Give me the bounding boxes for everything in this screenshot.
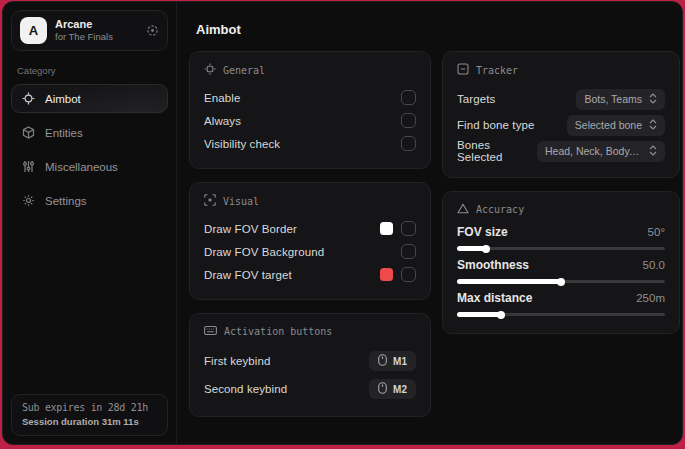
bones-selected-dropdown[interactable]: Head, Neck, Body, Pe.. bbox=[537, 141, 665, 162]
sidebar-item-label: Entities bbox=[45, 127, 83, 139]
slider-label: FOV size bbox=[457, 225, 508, 239]
keybind-value: M1 bbox=[393, 356, 407, 367]
keyboard-icon bbox=[204, 325, 217, 338]
slider-row-fov-size: FOV size 50° bbox=[457, 225, 665, 250]
slider-label: Max distance bbox=[457, 291, 532, 305]
setting-row-first-keybind: First keybind M1 bbox=[204, 347, 416, 375]
setting-label: Enable bbox=[204, 92, 240, 104]
setting-row-second-keybind: Second keybind M2 bbox=[204, 375, 416, 403]
sidebar-item-miscellaneous[interactable]: Miscellaneous bbox=[11, 152, 168, 181]
first-keybind-button[interactable]: M1 bbox=[369, 351, 416, 371]
card-visual: Visual Draw FOV Border Draw FOV Backgrou… bbox=[189, 182, 431, 300]
slider-fill bbox=[457, 279, 561, 284]
card-title: Tracker bbox=[476, 65, 518, 76]
card-title: Visual bbox=[223, 196, 259, 207]
fov-size-slider[interactable] bbox=[457, 247, 665, 250]
max-distance-slider[interactable] bbox=[457, 313, 665, 316]
visual-icon bbox=[204, 194, 216, 208]
setting-row-fov-background: Draw FOV Background bbox=[204, 240, 416, 263]
main-content: Aimbot General Enable bbox=[177, 2, 683, 444]
setting-label: Draw FOV target bbox=[204, 269, 292, 281]
sidebar-nav: Aimbot Entities Miscellaneous bbox=[11, 84, 168, 215]
setting-label: Find bone type bbox=[457, 119, 534, 131]
slider-row-smoothness: Smoothness 50.0 bbox=[457, 258, 665, 283]
box-icon bbox=[22, 126, 35, 139]
visibility-check-checkbox[interactable] bbox=[401, 136, 416, 151]
card-title: Activation buttons bbox=[224, 326, 332, 337]
chevron-updown-icon bbox=[649, 93, 657, 106]
session-duration-text: Session duration 31m 11s bbox=[22, 416, 157, 427]
fov-size-value: 50° bbox=[648, 226, 665, 238]
slider-fill bbox=[457, 246, 486, 251]
slider-fill bbox=[457, 312, 501, 317]
dropdown-value: Head, Neck, Body, Pe.. bbox=[545, 145, 642, 157]
setting-label: First keybind bbox=[204, 355, 271, 367]
category-label: Category bbox=[17, 65, 162, 76]
setting-row-always: Always bbox=[204, 109, 416, 132]
setting-row-find-bone-type: Find bone type Selected bone bbox=[457, 112, 665, 138]
card-title: Accuracy bbox=[476, 204, 524, 215]
setting-row-bones-selected: Bones Selected Head, Neck, Body, Pe.. bbox=[457, 138, 665, 164]
card-title: General bbox=[223, 65, 265, 76]
smoothness-slider[interactable] bbox=[457, 280, 665, 283]
brand-logo: A bbox=[20, 17, 47, 44]
sidebar-item-label: Settings bbox=[45, 195, 87, 207]
gear-icon bbox=[22, 194, 35, 207]
setting-label: Bones Selected bbox=[457, 139, 537, 163]
dropdown-value: Selected bone bbox=[575, 119, 642, 131]
brand-name: Arcane bbox=[55, 18, 113, 32]
card-accuracy: Accuracy FOV size 50° Smoothness bbox=[442, 191, 680, 334]
setting-label: Visibility check bbox=[204, 138, 280, 150]
fov-target-color-swatch[interactable] bbox=[380, 268, 393, 281]
app-window: A Arcane for The Finals Category Aimbot bbox=[2, 1, 683, 445]
setting-label: Second keybind bbox=[204, 383, 287, 395]
card-general: General Enable Always Visibility check bbox=[189, 51, 431, 169]
page-title: Aimbot bbox=[196, 22, 680, 37]
dropdown-value: Bots, Teams bbox=[584, 93, 642, 105]
chevron-updown-icon bbox=[649, 119, 657, 132]
fov-border-checkbox[interactable] bbox=[401, 221, 416, 236]
card-tracker: Tracker Targets Bots, Teams bbox=[442, 51, 680, 178]
setting-label: Targets bbox=[457, 93, 495, 105]
sync-icon[interactable] bbox=[146, 24, 159, 37]
subscription-status: Sub expires in 28d 21h Session duration … bbox=[11, 394, 168, 436]
find-bone-type-dropdown[interactable]: Selected bone bbox=[567, 115, 665, 136]
triangle-icon bbox=[457, 203, 469, 216]
sidebar-item-aimbot[interactable]: Aimbot bbox=[11, 84, 168, 113]
enable-checkbox[interactable] bbox=[401, 90, 416, 105]
keybind-value: M2 bbox=[393, 384, 407, 395]
sliders-icon bbox=[22, 160, 35, 173]
mouse-icon bbox=[378, 354, 387, 368]
setting-row-fov-border: Draw FOV Border bbox=[204, 217, 416, 240]
fov-border-color-swatch[interactable] bbox=[380, 222, 393, 235]
slider-row-max-distance: Max distance 250m bbox=[457, 291, 665, 316]
always-checkbox[interactable] bbox=[401, 113, 416, 128]
fov-target-checkbox[interactable] bbox=[401, 267, 416, 282]
tracker-icon bbox=[457, 63, 469, 77]
brand-card: A Arcane for The Finals bbox=[11, 10, 168, 51]
second-keybind-button[interactable]: M2 bbox=[369, 379, 416, 399]
max-distance-value: 250m bbox=[636, 292, 665, 304]
crosshair-small-icon bbox=[204, 63, 216, 77]
brand-subtitle: for The Finals bbox=[55, 31, 113, 43]
setting-row-enable: Enable bbox=[204, 86, 416, 109]
sidebar-item-settings[interactable]: Settings bbox=[11, 186, 168, 215]
setting-row-visibility-check: Visibility check bbox=[204, 132, 416, 155]
sub-expiry-text: Sub expires in 28d 21h bbox=[22, 402, 157, 413]
crosshair-icon bbox=[22, 92, 35, 105]
sidebar-item-entities[interactable]: Entities bbox=[11, 118, 168, 147]
setting-row-fov-target: Draw FOV target bbox=[204, 263, 416, 286]
slider-label: Smoothness bbox=[457, 258, 529, 272]
setting-label: Draw FOV Border bbox=[204, 223, 297, 235]
targets-dropdown[interactable]: Bots, Teams bbox=[576, 89, 665, 110]
fov-background-checkbox[interactable] bbox=[401, 244, 416, 259]
sidebar-item-label: Aimbot bbox=[45, 93, 81, 105]
card-activation-buttons: Activation buttons First keybind M1 bbox=[189, 313, 431, 417]
chevron-updown-icon bbox=[649, 145, 657, 158]
sidebar-item-label: Miscellaneous bbox=[45, 161, 118, 173]
smoothness-value: 50.0 bbox=[643, 259, 665, 271]
mouse-icon bbox=[378, 382, 387, 396]
setting-row-targets: Targets Bots, Teams bbox=[457, 86, 665, 112]
setting-label: Always bbox=[204, 115, 241, 127]
sidebar: A Arcane for The Finals Category Aimbot bbox=[3, 2, 177, 444]
